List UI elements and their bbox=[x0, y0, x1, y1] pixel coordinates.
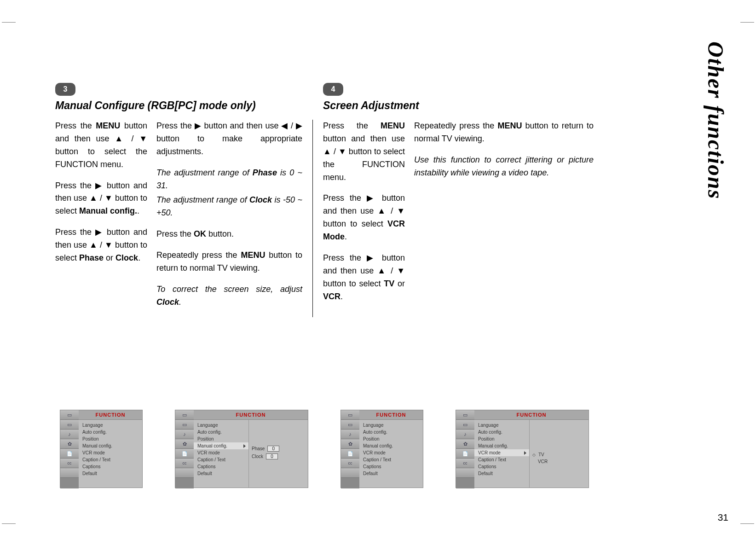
text: button. bbox=[206, 229, 234, 238]
text: The adjustment range of bbox=[156, 168, 253, 177]
text: . bbox=[345, 232, 347, 241]
list-item: Manual config. bbox=[79, 442, 142, 449]
osd-category-icons bbox=[456, 410, 474, 488]
para: Press the ▶ button and then use ▲ / ▼ bu… bbox=[323, 192, 405, 244]
list-item: Default bbox=[474, 470, 529, 477]
section4-col1: Press the MENU button and then use ▲ / ▼… bbox=[313, 120, 414, 317]
para-range-phase: The adjustment range of Phase is 0 ~ 31. bbox=[156, 167, 302, 192]
option-label: TV bbox=[538, 452, 544, 457]
term-clock: Clock bbox=[156, 297, 179, 307]
text: or bbox=[394, 279, 405, 288]
option-label: VCR bbox=[538, 459, 548, 464]
osd-menu-list: Language Auto config. Position Manual co… bbox=[474, 420, 530, 488]
term-vcr: VCR bbox=[323, 292, 340, 301]
step-badge-3: 3 bbox=[55, 83, 75, 96]
term-ok: OK bbox=[194, 229, 206, 238]
blank-icon bbox=[341, 468, 359, 478]
osd-menu-list: Language Auto config. Position Manual co… bbox=[194, 420, 249, 488]
blank-icon bbox=[456, 468, 474, 478]
submenu-phase-row: Phase 0 bbox=[252, 446, 305, 452]
step-badge-4: 4 bbox=[323, 83, 343, 96]
label: Clock bbox=[252, 454, 263, 459]
text: button and then use ▲ / ▼ button to sele… bbox=[323, 134, 405, 182]
osd-header: FUNCTION bbox=[474, 410, 589, 420]
list-item: Caption / Text bbox=[359, 456, 423, 463]
osd-category-icons bbox=[175, 410, 194, 488]
para: Press the OK button. bbox=[156, 228, 302, 241]
list-item: Auto config. bbox=[359, 429, 423, 436]
text: Press the bbox=[156, 229, 194, 238]
list-item: Auto config. bbox=[194, 429, 248, 436]
page-content: 3 Manual Configure (RGB[PC] mode only) 4… bbox=[55, 28, 617, 497]
term-tv: TV bbox=[384, 279, 394, 288]
list-item: Auto config. bbox=[474, 429, 529, 436]
list-item: Default bbox=[79, 470, 142, 477]
osd-category-icons bbox=[341, 410, 359, 488]
list-item: Caption / Text bbox=[194, 456, 248, 463]
list-item: VCR mode bbox=[79, 449, 142, 456]
picture-icon bbox=[341, 420, 359, 430]
text: . bbox=[179, 297, 181, 307]
section4-col2: Repeatedly press the MENU button to retu… bbox=[414, 120, 598, 317]
term-menu: MENU bbox=[241, 250, 265, 260]
special-icon bbox=[60, 449, 79, 459]
label: Phase bbox=[252, 446, 265, 451]
para: Press the MENU button and then use ▲ / ▼… bbox=[55, 120, 147, 171]
blank-icon bbox=[60, 468, 79, 478]
settings-icon bbox=[456, 439, 474, 449]
list-item: Position bbox=[194, 436, 248, 442]
list-item-selected: VCR mode bbox=[474, 449, 529, 456]
picture-icon bbox=[456, 420, 474, 430]
display-icon bbox=[341, 410, 359, 420]
list-item: Captions bbox=[194, 463, 248, 470]
settings-icon bbox=[175, 439, 194, 449]
sound-icon bbox=[175, 430, 194, 439]
list-item: Default bbox=[359, 470, 423, 477]
para: Press the ▶ button and then use ▲ / ▼ bu… bbox=[55, 226, 147, 265]
blank-icon bbox=[175, 468, 194, 478]
osd-menu-list: Language Auto config. Position Manual co… bbox=[359, 420, 423, 488]
settings-icon bbox=[60, 439, 79, 449]
submenu-option-vcr: VCR bbox=[532, 459, 586, 464]
para-correct-clock: To correct the screen size, adjust Clock… bbox=[156, 283, 302, 309]
list-item-selected: Manual config. bbox=[194, 442, 248, 449]
caption-icon bbox=[341, 459, 359, 468]
osd-function-menu-2: FUNCTION Language Auto config. Position … bbox=[175, 410, 308, 488]
text: . bbox=[138, 253, 140, 262]
text: The adjustment range of bbox=[156, 195, 249, 204]
section3-col1: Press the MENU button and then use ▲ / ▼… bbox=[55, 120, 156, 317]
special-icon bbox=[175, 449, 194, 459]
osd-header: FUNCTION bbox=[194, 410, 308, 420]
list-item: VCR mode bbox=[359, 449, 423, 456]
display-icon bbox=[175, 410, 194, 420]
osd-function-menu-3: FUNCTION Language Auto config. Position … bbox=[340, 410, 423, 488]
value-box: 0 bbox=[267, 446, 279, 452]
list-item: Position bbox=[359, 436, 423, 442]
special-icon bbox=[456, 449, 474, 459]
term-menu: MENU bbox=[96, 121, 120, 130]
display-icon bbox=[456, 410, 474, 420]
list-item: Position bbox=[79, 436, 142, 442]
text: or bbox=[104, 253, 115, 262]
osd-header: FUNCTION bbox=[359, 410, 423, 420]
osd-submenu: Phase 0 Clock 0 bbox=[249, 420, 308, 488]
list-item: Language bbox=[194, 422, 248, 429]
page-number: 31 bbox=[718, 512, 728, 523]
list-item: Captions bbox=[474, 463, 529, 470]
osd-category-icons bbox=[60, 410, 79, 488]
side-section-title: Other functions bbox=[710, 41, 728, 272]
text: . bbox=[137, 206, 139, 215]
term-menu: MENU bbox=[497, 121, 522, 130]
section-title-manual-configure: Manual Configure (RGB[PC] mode only) bbox=[55, 99, 256, 112]
para: Press the ▶ button and then use ◀ / ▶ bu… bbox=[156, 120, 302, 158]
osd-function-menu-4: FUNCTION Language Auto config. Position … bbox=[456, 410, 589, 488]
term-manual-config: Manual config. bbox=[79, 206, 137, 215]
text: . bbox=[340, 292, 343, 301]
picture-icon bbox=[175, 420, 194, 430]
para: Repeatedly press the MENU button to retu… bbox=[156, 249, 302, 275]
submenu-clock-row: Clock 0 bbox=[252, 453, 305, 459]
para: Press the MENU button and then use ▲ / ▼… bbox=[323, 120, 405, 184]
text: Repeatedly press the bbox=[156, 250, 241, 260]
list-item: Captions bbox=[359, 463, 423, 470]
osd-row: FUNCTION Language Auto config. Position … bbox=[55, 410, 617, 497]
